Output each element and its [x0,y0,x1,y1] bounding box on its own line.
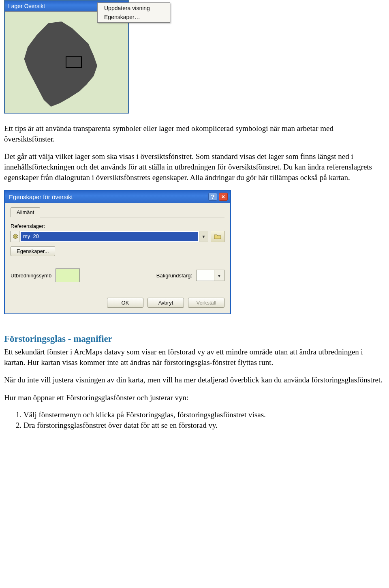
dialog-titlebar[interactable]: Egenskaper för översikt ? × [5,191,230,203]
section-heading-magnifier: Förstoringsglas - magnifier [4,334,385,344]
paragraph-magnifier-howto: Hur man öppnar ett Förstoringsglasfönste… [4,393,385,403]
properties-dialog: Egenskaper för översikt ? × Allmänt Refe… [4,190,231,314]
extent-symbol-swatch[interactable] [56,268,80,282]
map-region-shape [17,21,106,107]
close-icon[interactable]: × [219,193,228,201]
help-icon[interactable]: ? [208,193,217,201]
dialog-title: Egenskaper för översikt [9,193,73,200]
step-1: Välj fönstermenyn och klicka på Förstori… [24,410,385,419]
tab-general[interactable]: Allmänt [11,207,40,217]
chevron-down-icon[interactable]: ▼ [199,231,208,242]
open-folder-button[interactable] [211,231,224,242]
reference-layer-value: my_20 [21,232,198,241]
background-color-swatch [197,270,214,281]
paragraph-magnifier-use: När du inte vill justera visningen av di… [4,375,385,385]
background-color-picker[interactable]: ▼ [196,270,224,281]
layer-icon [11,231,20,242]
extent-symbol-label: Utbredningssymb [11,273,51,279]
overview-map-area[interactable] [5,11,128,113]
background-color-label: Bakgrundsfärg: [156,273,192,279]
paragraph-layer-select: Det går att välja vilket lager som ska v… [4,151,385,182]
cancel-button[interactable]: Avbryt [147,298,184,308]
extent-rectangle[interactable] [66,56,82,68]
reference-layer-combo[interactable]: my_20 ▼ [11,231,208,242]
step-2: Dra förstoringsglasfönstret över datat f… [24,421,385,430]
menu-item-properties[interactable]: Egenskaper… [98,13,169,21]
overview-panel-screenshot: Lager Översikt × Uppdatera visning Egens… [4,0,385,114]
paragraph-tip: Ett tips är att använda transparenta sym… [4,123,385,144]
context-menu: Uppdatera visning Egenskaper… [97,2,170,23]
apply-button[interactable]: Verkställ [188,298,224,308]
paragraph-magnifier-intro: Ett sekundärt fönster i ArcMaps datavy s… [4,347,385,367]
tabstrip: Allmänt [11,207,224,217]
reference-layer-label: Referenslager: [11,223,224,229]
ok-button[interactable]: OK [107,298,143,308]
menu-item-refresh[interactable]: Uppdatera visning [98,4,169,13]
layer-properties-button[interactable]: Egenskaper... [11,246,55,256]
chevron-down-icon[interactable]: ▼ [214,273,224,279]
steps-list: Välj fönstermenyn och klicka på Förstori… [4,410,385,430]
